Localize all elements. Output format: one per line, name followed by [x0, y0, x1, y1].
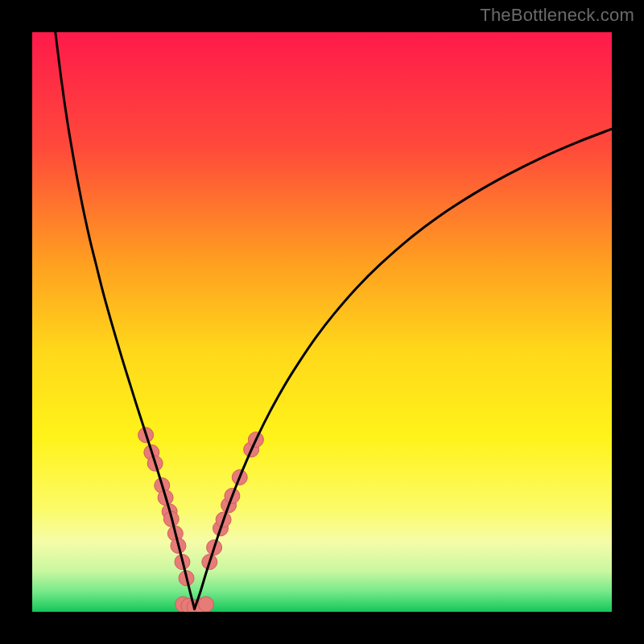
plot-area	[32, 32, 612, 612]
highlight-marker	[199, 597, 214, 612]
watermark-text: TheBottleneck.com	[480, 5, 634, 26]
chart-frame: TheBottleneck.com	[0, 0, 644, 644]
marker-layer	[138, 427, 264, 612]
curve-right-branch	[195, 129, 612, 609]
curve-left-branch	[56, 32, 195, 609]
chart-svg	[32, 32, 612, 612]
